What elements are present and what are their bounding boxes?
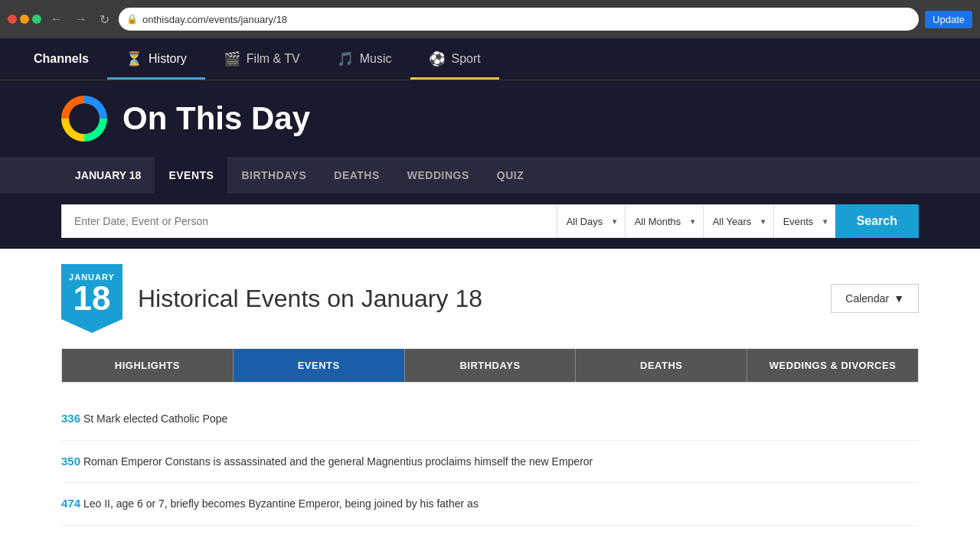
all-months-wrapper: All Months bbox=[625, 204, 703, 238]
event-text: Leo II, age 6 or 7, briefly becomes Byza… bbox=[83, 497, 479, 510]
nav-history[interactable]: ⏳ History bbox=[107, 38, 205, 80]
sub-nav: JANUARY 18 EVENTS BIRTHDAYS DEATHS WEDDI… bbox=[0, 157, 980, 194]
table-row: 336 St Mark elected Catholic Pope bbox=[61, 398, 919, 441]
date-badge-day: 18 bbox=[74, 282, 111, 315]
nav-sport-label: Sport bbox=[452, 52, 481, 66]
minimize-dot bbox=[20, 15, 29, 24]
tab-weddings-divorces[interactable]: WEDDINGS & DIVORCES bbox=[747, 349, 918, 382]
content-header: JANUARY 18 Historical Events on January … bbox=[61, 264, 919, 333]
sub-nav-weddings[interactable]: WEDDINGS bbox=[394, 157, 483, 194]
chevron-down-icon: ▼ bbox=[893, 292, 904, 305]
browser-chrome: ← → ↻ 🔒 onthisday.com/events/january/18 … bbox=[0, 0, 980, 38]
table-row: 350 Roman Emperor Constans is assassinat… bbox=[61, 441, 919, 484]
tab-events[interactable]: EVENTS bbox=[234, 349, 405, 382]
search-button[interactable]: Search bbox=[835, 204, 919, 238]
all-years-select[interactable]: All Years bbox=[703, 204, 773, 238]
site-header: On This Day bbox=[0, 80, 980, 157]
events-list: 336 St Mark elected Catholic Pope 350 Ro… bbox=[61, 398, 919, 526]
nav-sport[interactable]: ⚽ Sport bbox=[410, 38, 499, 80]
back-button[interactable]: ← bbox=[47, 9, 66, 29]
main-content: JANUARY 18 Historical Events on January … bbox=[0, 249, 980, 541]
lock-icon: 🔒 bbox=[126, 14, 138, 24]
event-text: Roman Emperor Constans is assassinated a… bbox=[83, 455, 593, 468]
address-bar[interactable]: 🔒 onthisday.com/events/january/18 bbox=[119, 8, 919, 31]
nav-history-label: History bbox=[149, 52, 187, 66]
nav-channels[interactable]: Channels bbox=[15, 38, 107, 80]
sub-tabs: HIGHLIGHTS EVENTS BIRTHDAYS DEATHS WEDDI… bbox=[61, 348, 919, 383]
calendar-button[interactable]: Calendar ▼ bbox=[831, 284, 919, 313]
forward-button[interactable]: → bbox=[72, 9, 90, 29]
nav-film-tv[interactable]: 🎬 Film & TV bbox=[205, 38, 318, 80]
music-icon: 🎵 bbox=[337, 51, 354, 67]
browser-nav: ← → ↻ bbox=[47, 9, 113, 30]
sub-nav-deaths[interactable]: DEATHS bbox=[320, 157, 394, 194]
all-months-select[interactable]: All Months bbox=[625, 204, 703, 238]
sub-nav-birthdays[interactable]: BIRTHDAYS bbox=[227, 157, 320, 194]
event-year[interactable]: 336 bbox=[61, 412, 80, 425]
maximize-dot bbox=[32, 15, 41, 24]
all-days-wrapper: All Days bbox=[557, 204, 625, 238]
calendar-label: Calendar bbox=[845, 292, 889, 305]
update-button[interactable]: Update bbox=[925, 11, 972, 28]
events-type-select[interactable]: Events bbox=[773, 204, 835, 238]
page-title: Historical Events on January 18 bbox=[138, 285, 482, 313]
top-nav: Channels ⏳ History 🎬 Film & TV 🎵 Music ⚽… bbox=[0, 38, 980, 80]
site-title: On This Day bbox=[122, 100, 310, 137]
sub-nav-quiz[interactable]: QUIZ bbox=[483, 157, 537, 194]
sport-icon: ⚽ bbox=[429, 51, 446, 67]
sub-nav-date[interactable]: JANUARY 18 bbox=[61, 157, 155, 194]
date-badge: JANUARY 18 bbox=[61, 264, 122, 333]
nav-music-label: Music bbox=[360, 52, 392, 66]
site-logo bbox=[61, 96, 107, 142]
event-year[interactable]: 350 bbox=[61, 455, 80, 468]
nav-music[interactable]: 🎵 Music bbox=[318, 38, 410, 80]
search-bar: All Days All Months All Years Events Sea… bbox=[0, 194, 980, 249]
events-type-wrapper: Events bbox=[773, 204, 835, 238]
refresh-button[interactable]: ↻ bbox=[96, 9, 113, 30]
tab-deaths[interactable]: DEATHS bbox=[576, 349, 747, 382]
tab-highlights[interactable]: HIGHLIGHTS bbox=[62, 349, 234, 382]
all-days-select[interactable]: All Days bbox=[557, 204, 625, 238]
event-year[interactable]: 474 bbox=[61, 497, 80, 510]
browser-dots bbox=[8, 15, 41, 24]
search-input[interactable] bbox=[61, 204, 557, 238]
content-header-left: JANUARY 18 Historical Events on January … bbox=[61, 264, 482, 333]
film-icon: 🎬 bbox=[224, 51, 240, 67]
browser-actions: Update bbox=[925, 11, 972, 28]
url-text: onthisday.com/events/january/18 bbox=[142, 14, 287, 25]
history-icon: ⏳ bbox=[126, 51, 142, 67]
all-years-wrapper: All Years bbox=[703, 204, 773, 238]
nav-film-tv-label: Film & TV bbox=[247, 52, 300, 66]
table-row: 474 Leo II, age 6 or 7, briefly becomes … bbox=[61, 483, 919, 526]
event-text: St Mark elected Catholic Pope bbox=[83, 412, 227, 425]
site-logo-inner bbox=[69, 103, 100, 134]
sub-nav-events[interactable]: EVENTS bbox=[155, 157, 227, 194]
tab-birthdays[interactable]: BIRTHDAYS bbox=[405, 349, 577, 382]
close-dot bbox=[8, 15, 17, 24]
